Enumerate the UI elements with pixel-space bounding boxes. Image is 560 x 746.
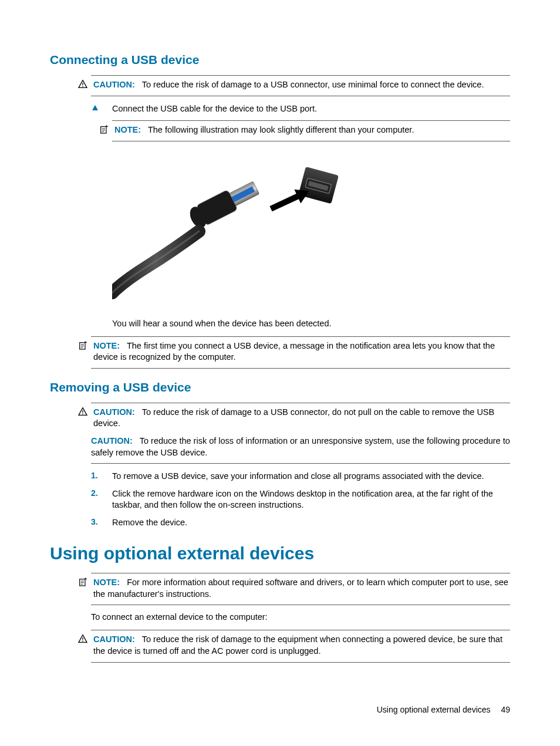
note-label: NOTE:: [114, 125, 141, 134]
svg-point-1: [82, 86, 83, 87]
warning-icon: [78, 634, 89, 643]
triangle-bullet-icon: [91, 103, 99, 110]
heading-external-devices: Using optional external devices: [50, 544, 510, 563]
note-text: NOTE: The following illustration may loo…: [114, 124, 414, 136]
note-icon: [99, 124, 110, 134]
step-3-remove: 3. Remove the device.: [91, 517, 510, 529]
caution-text: CAUTION: To reduce the risk of damage to…: [93, 407, 510, 430]
svg-point-19: [82, 413, 83, 414]
intro-connect-external: To connect an external device to the com…: [91, 612, 510, 622]
step-number: 2.: [91, 488, 99, 498]
caution-text: CAUTION: To reduce the risk of damage to…: [93, 79, 484, 91]
note-label: NOTE:: [93, 341, 120, 350]
heading-removing-usb: Removing a USB device: [50, 380, 510, 394]
page-footer: Using optional external devices 49: [377, 705, 510, 714]
note-text: NOTE: For more information about require…: [93, 577, 510, 600]
warning-icon: [78, 407, 89, 416]
step-number: 3.: [91, 517, 99, 526]
note-callout-first-connect: NOTE: The first time you connect a USB d…: [91, 336, 510, 369]
caution-label: CAUTION:: [93, 407, 135, 417]
warning-icon: [78, 79, 89, 88]
caution-callout-remove: CAUTION: To reduce the risk of damage to…: [91, 403, 510, 464]
note-label: NOTE:: [93, 578, 120, 587]
caution-text-2: CAUTION: To reduce the risk of loss of i…: [91, 436, 510, 458]
note-callout-external: NOTE: For more information about require…: [91, 573, 510, 605]
usb-cable-illustration: [112, 152, 359, 305]
caution-callout-external: CAUTION: To reduce the risk of damage to…: [91, 630, 510, 662]
caution-label: CAUTION:: [91, 436, 133, 445]
step-text: To remove a USB device, save your inform…: [112, 471, 484, 482]
step-text: Connect the USB cable for the device to …: [112, 103, 317, 115]
step-number: 1.: [91, 471, 99, 480]
note-callout-illustration: NOTE: The following illustration may loo…: [112, 120, 510, 141]
caution-text: CAUTION: To reduce the risk of damage to…: [93, 634, 510, 657]
footer-text: Using optional external devices: [377, 705, 491, 714]
svg-point-25: [82, 641, 83, 642]
note-icon: [78, 577, 89, 587]
step-2-remove: 2. Click the remove hardware icon on the…: [91, 488, 510, 511]
after-image-text: You will hear a sound when the device ha…: [112, 319, 510, 328]
step-1-remove: 1. To remove a USB device, save your inf…: [91, 471, 510, 482]
step-text: Click the remove hardware icon on the Wi…: [112, 488, 510, 511]
caution-callout: CAUTION: To reduce the risk of damage to…: [91, 75, 510, 96]
footer-page-number: 49: [501, 705, 510, 714]
note-text: NOTE: The first time you connect a USB d…: [93, 340, 510, 363]
note-icon: [78, 340, 89, 350]
step-text: Remove the device.: [112, 517, 187, 529]
caution-label: CAUTION:: [93, 634, 135, 644]
caution-label: CAUTION:: [93, 80, 135, 89]
heading-connecting-usb: Connecting a USB device: [50, 53, 510, 67]
step-connect-cable: Connect the USB cable for the device to …: [91, 103, 510, 115]
